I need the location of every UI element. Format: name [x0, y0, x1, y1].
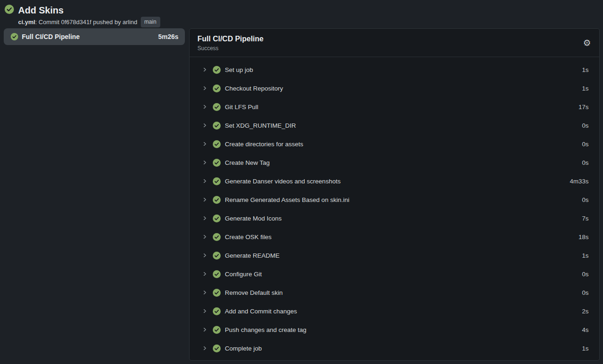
gear-icon[interactable]: ⚙ [583, 39, 591, 47]
step-name: Complete job [225, 345, 262, 352]
step-duration: 1s [582, 345, 589, 352]
step-row[interactable]: Rename Generated Assets Based on skin.in… [190, 190, 599, 209]
step-row[interactable]: Git LFS Pull 17s [190, 98, 599, 116]
chevron-right-icon [202, 141, 208, 147]
step-status-success-icon [213, 252, 221, 260]
chevron-right-icon [202, 215, 208, 221]
step-name: Generate README [225, 252, 280, 259]
workflow-file-name: ci.yml [18, 18, 35, 26]
chevron-right-icon [202, 197, 208, 202]
step-duration: 0s [582, 271, 589, 278]
step-row[interactable]: Generate README 1s [190, 246, 599, 265]
step-name: Git LFS Pull [225, 104, 258, 110]
chevron-right-icon [202, 160, 208, 165]
step-duration: 1s [582, 66, 589, 73]
step-duration: 1s [582, 85, 589, 92]
commit-line: ci.yml: Commit 0f678d341f pushed by arli… [18, 17, 160, 27]
chevron-right-icon [202, 85, 208, 91]
step-row[interactable]: Generate Danser videos and screenshots 4… [190, 172, 599, 190]
step-row[interactable]: Checkout Repository 1s [190, 79, 599, 98]
chevron-right-icon [202, 178, 208, 184]
step-status-success-icon [213, 122, 221, 130]
step-status-success-icon [213, 66, 221, 74]
step-status-success-icon [213, 177, 221, 185]
job-panel-titles: Full CI/CD Pipeline Success [197, 34, 263, 52]
step-row[interactable]: Complete job 1s [190, 339, 599, 358]
step-duration: 7s [582, 215, 589, 222]
step-status-success-icon [213, 84, 221, 92]
step-duration: 0s [582, 141, 589, 148]
chevron-right-icon [202, 253, 208, 258]
job-panel-title: Full CI/CD Pipeline [197, 34, 263, 44]
run-status-success-icon [5, 5, 14, 14]
step-name: Remove Default skin [225, 289, 283, 296]
step-row[interactable]: Set up job 1s [190, 60, 599, 79]
step-name: Create OSK files [225, 234, 272, 240]
step-duration: 4m33s [570, 178, 589, 185]
chevron-right-icon [202, 271, 208, 277]
step-status-success-icon [213, 214, 221, 222]
commit-description: Commit 0f678d341f pushed by arlind [39, 18, 137, 26]
chevron-right-icon [202, 327, 208, 332]
step-status-success-icon [213, 344, 221, 352]
run-header-text: Add Skins ci.yml: Commit 0f678d341f push… [18, 4, 160, 27]
step-name: Generate Danser videos and screenshots [225, 178, 341, 185]
step-row[interactable]: Push changes and create tag 4s [190, 320, 599, 339]
job-duration: 5m26s [158, 33, 178, 40]
step-duration: 18s [578, 234, 589, 240]
step-status-success-icon [213, 307, 221, 315]
step-duration: 0s [582, 196, 589, 203]
run-header: Add Skins ci.yml: Commit 0f678d341f push… [0, 0, 603, 25]
step-duration: 0s [582, 289, 589, 296]
step-row[interactable]: Generate Mod Icons 7s [190, 209, 599, 228]
step-duration: 4s [582, 326, 589, 333]
step-name: Create New Tag [225, 159, 270, 166]
commit-separator: : [35, 18, 39, 26]
job-status-text: Success [197, 45, 263, 52]
step-row[interactable]: Add and Commit changes 2s [190, 302, 599, 320]
step-name: Configure Git [225, 271, 262, 278]
step-duration: 1s [582, 252, 589, 259]
step-row[interactable]: Create New Tag 0s [190, 153, 599, 172]
step-duration: 2s [582, 308, 589, 315]
step-list: Set up job 1s Checkout Repository 1s Git… [190, 57, 599, 360]
step-row[interactable]: Create directories for assets 0s [190, 135, 599, 153]
step-status-success-icon [213, 289, 221, 297]
step-name: Push changes and create tag [225, 326, 307, 333]
step-row[interactable]: Create OSK files 18s [190, 228, 599, 246]
step-status-success-icon [213, 196, 221, 204]
job-detail-panel: Full CI/CD Pipeline Success ⚙ Set up job… [189, 28, 600, 361]
step-status-success-icon [213, 326, 221, 334]
step-row[interactable]: Configure Git 0s [190, 265, 599, 283]
chevron-right-icon [202, 345, 208, 351]
step-status-success-icon [213, 103, 221, 111]
chevron-right-icon [202, 104, 208, 110]
chevron-right-icon [202, 308, 208, 314]
step-name: Generate Mod Icons [225, 215, 282, 222]
step-name: Rename Generated Assets Based on skin.in… [225, 196, 349, 203]
step-name: Add and Commit changes [225, 308, 297, 315]
step-status-success-icon [213, 140, 221, 148]
job-panel-header: Full CI/CD Pipeline Success ⚙ [190, 29, 599, 57]
step-row[interactable]: Remove Default skin 0s [190, 283, 599, 302]
chevron-right-icon [202, 67, 208, 72]
step-status-success-icon [213, 270, 221, 278]
step-duration: 0s [582, 122, 589, 129]
step-status-success-icon [213, 233, 221, 241]
chevron-right-icon [202, 234, 208, 240]
step-name: Create directories for assets [225, 141, 303, 148]
step-name: Checkout Repository [225, 85, 283, 92]
step-row[interactable]: Set XDG_RUNTIME_DIR 0s [190, 116, 599, 135]
job-name: Full CI/CD Pipeline [22, 33, 79, 40]
run-layout: Full CI/CD Pipeline 5m26s Full CI/CD Pip… [0, 25, 603, 361]
step-name: Set XDG_RUNTIME_DIR [225, 122, 296, 129]
branch-badge[interactable]: main [141, 17, 160, 27]
step-name: Set up job [225, 66, 253, 73]
jobs-sidebar: Full CI/CD Pipeline 5m26s [4, 28, 185, 45]
chevron-right-icon [202, 123, 208, 128]
step-status-success-icon [213, 159, 221, 167]
chevron-right-icon [202, 290, 208, 295]
step-duration: 0s [582, 159, 589, 166]
step-duration: 17s [578, 104, 589, 110]
sidebar-job-full-cicd-pipeline[interactable]: Full CI/CD Pipeline 5m26s [4, 28, 185, 45]
